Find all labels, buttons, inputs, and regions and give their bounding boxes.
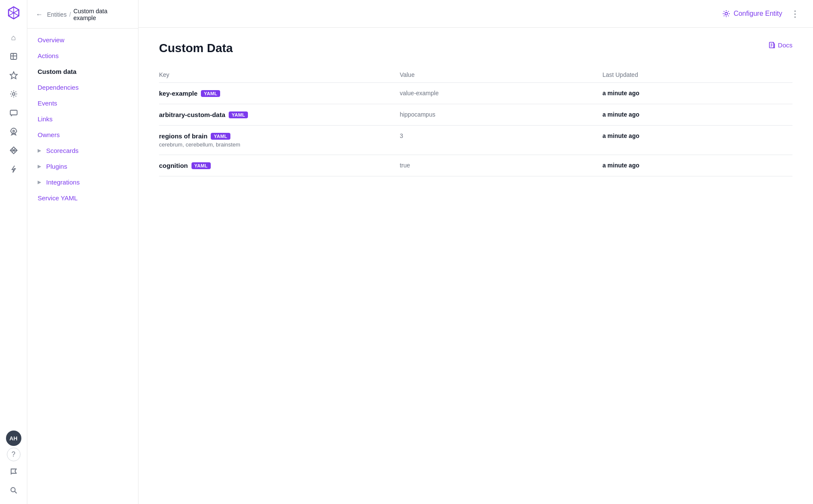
key-name: regions of brain YAML [159,132,230,140]
configure-entity-label: Configure Entity [733,10,782,18]
key-cell: cognition YAML [159,155,400,176]
rocket-icon[interactable] [5,123,22,140]
nav-top-bar: ← Entities / Custom data example [27,0,138,29]
nav-item-label: Dependencies [38,84,79,91]
svg-rect-5 [10,110,17,115]
col-key: Key [159,67,400,83]
nav-item-integrations[interactable]: ▶ Integrations [27,174,138,190]
key-sub: cerebrum, cerebellum, brainstem [159,141,393,148]
value-cell: value-example [400,83,602,104]
col-last-updated: Last Updated [602,67,792,83]
nav-item-label: Plugins [46,163,67,170]
svg-point-12 [11,488,15,492]
page-header: Custom Data Docs [159,41,792,55]
key-cell: regions of brain YAML cerebrum, cerebell… [159,126,400,155]
nav-item-label: Links [38,115,53,123]
nav-item-custom-data[interactable]: Custom data [27,64,138,79]
entities-link[interactable]: Entities [47,11,67,18]
bolt-icon[interactable] [5,161,22,178]
comment-icon[interactable] [5,104,22,121]
diamond-icon[interactable] [5,142,22,159]
nav-item-service-yaml[interactable]: Service YAML [27,190,138,206]
key-name: arbitrary-custom-data YAML [159,111,248,118]
yaml-badge: YAML [191,162,211,169]
svg-rect-0 [11,53,17,59]
updated-cell: a minute ago [602,126,792,155]
bottom-icons: AH ? [5,431,22,499]
chevron-right-icon: ▶ [38,179,41,185]
nav-item-label: Integrations [46,179,80,186]
col-value: Value [400,67,602,83]
help-icon[interactable]: ? [7,448,21,461]
icon-sidebar: ⌂ [0,0,27,504]
doc-icon [769,42,775,49]
nav-item-events[interactable]: Events [27,95,138,111]
svg-line-13 [15,492,17,494]
custom-data-table: Key Value Last Updated key-example YAML … [159,67,792,176]
breadcrumb-separator: / [69,11,71,18]
yaml-badge: YAML [229,111,248,118]
content-area: Custom Data Docs Key Value Last Updated [138,28,813,504]
configure-entity-button[interactable]: Configure Entity [722,10,782,18]
search-icon[interactable] [5,482,22,499]
more-options-button[interactable]: ⋮ [787,7,803,21]
table-row: arbitrary-custom-data YAML hippocampus a… [159,104,792,126]
updated-cell: a minute ago [602,83,792,104]
nav-item-label: Owners [38,131,60,138]
key-text: key-example [159,90,197,97]
home-icon[interactable]: ⌂ [5,29,22,46]
table-header: Key Value Last Updated [159,67,792,83]
nav-item-actions[interactable]: Actions [27,48,138,64]
docs-label: Docs [778,41,792,49]
key-text: cognition [159,162,188,169]
key-name: key-example YAML [159,90,220,97]
table-row: regions of brain YAML cerebrum, cerebell… [159,126,792,155]
updated-cell: a minute ago [602,155,792,176]
yaml-badge: YAML [211,133,230,140]
yaml-badge: YAML [201,90,220,97]
page-title: Custom Data [159,41,233,55]
key-cell: arbitrary-custom-data YAML [159,104,400,126]
nav-item-owners[interactable]: Owners [27,127,138,143]
docs-link[interactable]: Docs [769,41,792,49]
breadcrumb: Entities / Custom data example [47,8,130,21]
table-row: cognition YAML true a minute ago [159,155,792,176]
nav-item-label: Actions [38,52,59,59]
app-logo[interactable] [6,5,21,21]
nav-item-links[interactable]: Links [27,111,138,127]
box-icon[interactable] [5,48,22,65]
updated-cell: a minute ago [602,104,792,126]
nav-item-label: Scorecards [46,147,79,154]
table-body: key-example YAML value-example a minute … [159,83,792,176]
breadcrumb-current: Custom data example [74,8,130,21]
key-text: regions of brain [159,132,207,140]
nav-items: Overview Actions Custom data Dependencie… [27,29,138,209]
nav-item-plugins[interactable]: ▶ Plugins [27,158,138,174]
table-row: key-example YAML value-example a minute … [159,83,792,104]
main-content: Configure Entity ⋮ Custom Data Docs Key [138,0,813,504]
nav-item-overview[interactable]: Overview [27,32,138,48]
svg-marker-3 [10,72,17,79]
back-button[interactable]: ← [36,11,43,18]
flag-icon[interactable] [5,463,22,480]
value-cell: true [400,155,602,176]
nav-item-dependencies[interactable]: Dependencies [27,79,138,95]
user-avatar[interactable]: AH [6,431,21,446]
nav-sidebar: ← Entities / Custom data example Overvie… [27,0,138,504]
top-header: Configure Entity ⋮ [138,0,813,28]
nav-item-label: Events [38,100,57,107]
nav-item-label: Service YAML [38,194,78,202]
nav-item-label: Overview [38,36,65,44]
settings-icon[interactable] [5,85,22,103]
nav-item-scorecards[interactable]: ▶ Scorecards [27,143,138,158]
svg-point-4 [12,93,15,95]
key-text: arbitrary-custom-data [159,111,225,118]
chevron-right-icon: ▶ [38,164,41,169]
nav-item-label: Custom data [38,68,77,75]
key-cell: key-example YAML [159,83,400,104]
chevron-right-icon: ▶ [38,148,41,153]
svg-point-6 [13,130,15,132]
svg-point-14 [725,12,728,15]
value-cell: 3 [400,126,602,155]
star-icon[interactable] [5,67,22,84]
